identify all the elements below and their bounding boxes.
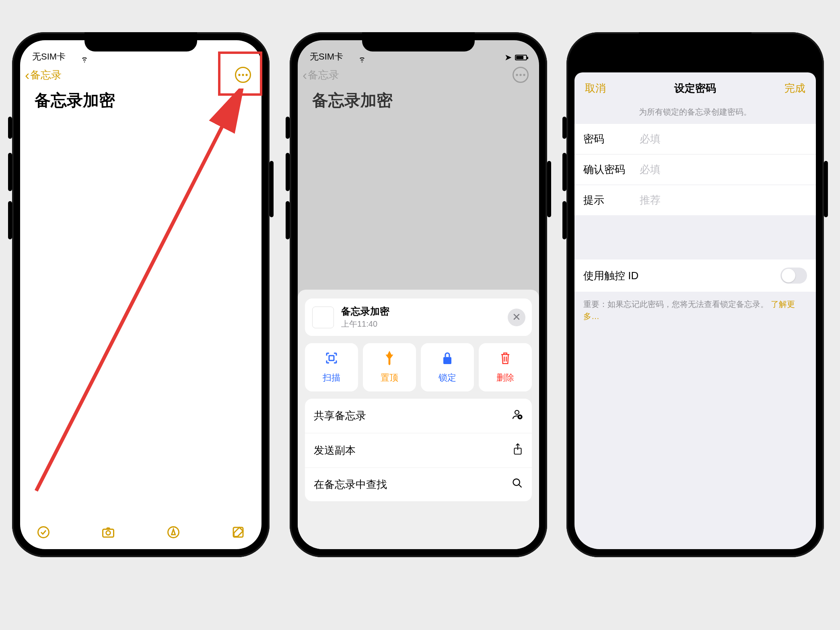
share-up-icon xyxy=(513,443,523,458)
send-copy-label: 发送副本 xyxy=(314,443,356,457)
pin-button[interactable]: 置顶 xyxy=(363,343,416,391)
ellipsis-icon: ••• xyxy=(238,70,249,80)
delete-label: 删除 xyxy=(496,372,514,384)
checklist-button[interactable] xyxy=(36,525,51,541)
confirm-password-input[interactable] xyxy=(640,163,807,176)
nav-bar: ‹ 备忘录 ••• xyxy=(20,64,261,87)
back-button: ‹ 备忘录 xyxy=(303,68,339,82)
wifi-icon xyxy=(80,53,89,60)
action-sheet: 备忘录加密 上午11:40 ✕ 扫描 xyxy=(298,290,539,549)
sheet-title: 设定密码 xyxy=(674,81,716,95)
svg-point-2 xyxy=(106,531,111,535)
person-add-icon xyxy=(511,408,523,423)
find-in-note-row[interactable]: 在备忘录中查找 xyxy=(305,468,532,501)
trash-icon xyxy=(499,351,511,368)
notes-editor-screen: 无SIM卡 ‹ 备忘录 ••• 备忘录加密 xyxy=(20,40,261,549)
sheet-nav: 取消 设定密码 完成 xyxy=(574,72,816,104)
sheet-note-title: 备忘录加密 xyxy=(341,305,389,318)
hint-input[interactable] xyxy=(640,194,807,206)
cancel-button[interactable]: 取消 xyxy=(585,81,606,95)
svg-point-0 xyxy=(38,527,49,538)
camera-button[interactable] xyxy=(101,525,115,541)
sheet-note-time: 上午11:40 xyxy=(341,319,389,329)
password-row: 密码 xyxy=(574,124,816,154)
touch-id-row: 使用触控 ID xyxy=(574,259,816,292)
footer-note: 重要：如果忘记此密码，您将无法查看锁定备忘录。 了解更多… xyxy=(574,292,816,329)
pin-icon xyxy=(383,351,395,368)
svg-point-9 xyxy=(515,410,519,414)
hint-row: 提示 xyxy=(574,185,816,215)
more-options-button[interactable]: ••• xyxy=(235,67,251,83)
svg-rect-8 xyxy=(443,357,451,364)
scan-label: 扫描 xyxy=(323,372,340,384)
footer-note-text: 重要：如果忘记此密码，您将无法查看锁定备忘录。 xyxy=(583,300,768,309)
carrier-label: 无SIM卡 xyxy=(32,51,66,63)
back-label: 备忘录 xyxy=(308,68,339,82)
set-password-screen: 取消 设定密码 完成 为所有锁定的备忘录创建密码。 密码 确认密码 提示 xyxy=(574,40,816,549)
ellipsis-icon: ••• xyxy=(515,70,526,80)
compose-button[interactable] xyxy=(231,525,245,541)
chevron-left-icon: ‹ xyxy=(303,68,307,82)
sheet-action-list: 共享备忘录 发送副本 在备忘录中查找 xyxy=(305,399,532,501)
nav-bar-dimmed: ‹ 备忘录 ••• xyxy=(298,64,539,87)
scan-button[interactable]: 扫描 xyxy=(305,343,358,391)
sheet-subtitle: 为所有锁定的备忘录创建密码。 xyxy=(574,104,816,124)
scan-icon xyxy=(324,351,339,368)
battery-icon xyxy=(515,55,527,60)
close-icon: ✕ xyxy=(512,311,521,323)
touch-id-switch[interactable] xyxy=(780,268,807,284)
note-thumbnail xyxy=(312,307,334,328)
touch-id-label: 使用触控 ID xyxy=(583,269,638,283)
location-icon: ➤ xyxy=(504,52,512,63)
back-label: 备忘录 xyxy=(30,68,62,82)
svg-point-12 xyxy=(513,479,520,486)
lock-button[interactable]: 锁定 xyxy=(421,343,474,391)
confirm-password-row: 确认密码 xyxy=(574,154,816,185)
lock-icon xyxy=(441,351,453,368)
carrier-label: 无SIM卡 xyxy=(310,51,343,63)
search-icon xyxy=(512,478,523,492)
send-copy-row[interactable]: 发送副本 xyxy=(305,433,532,468)
sheet-action-grid: 扫描 置顶 锁定 xyxy=(305,343,532,391)
svg-rect-7 xyxy=(329,356,334,360)
sheet-header: 备忘录加密 上午11:40 ✕ xyxy=(305,299,532,336)
find-in-note-label: 在备忘录中查找 xyxy=(314,478,387,492)
note-title: 备忘录加密 xyxy=(298,87,539,111)
note-title[interactable]: 备忘录加密 xyxy=(20,87,261,111)
confirm-password-label: 确认密码 xyxy=(583,163,640,177)
close-button[interactable]: ✕ xyxy=(508,309,525,326)
delete-button[interactable]: 删除 xyxy=(479,343,532,391)
draw-button[interactable] xyxy=(166,525,181,541)
more-options-button: ••• xyxy=(513,67,529,83)
done-button[interactable]: 完成 xyxy=(784,81,805,95)
chevron-left-icon: ‹ xyxy=(25,68,29,82)
bottom-toolbar xyxy=(20,517,261,549)
share-note-label: 共享备忘录 xyxy=(314,409,366,423)
lock-label: 锁定 xyxy=(439,372,456,384)
set-password-sheet: 取消 设定密码 完成 为所有锁定的备忘录创建密码。 密码 确认密码 提示 xyxy=(574,72,816,549)
password-form: 密码 确认密码 提示 xyxy=(574,124,816,215)
wifi-icon xyxy=(357,53,367,60)
hint-label: 提示 xyxy=(583,193,640,207)
back-button[interactable]: ‹ 备忘录 xyxy=(25,68,62,82)
password-label: 密码 xyxy=(583,132,640,146)
notes-actionsheet-screen: 无SIM卡 ➤ ‹ 备忘录 ••• xyxy=(298,40,539,549)
share-note-row[interactable]: 共享备忘录 xyxy=(305,399,532,433)
password-input[interactable] xyxy=(640,133,807,145)
pin-label: 置顶 xyxy=(381,372,398,384)
